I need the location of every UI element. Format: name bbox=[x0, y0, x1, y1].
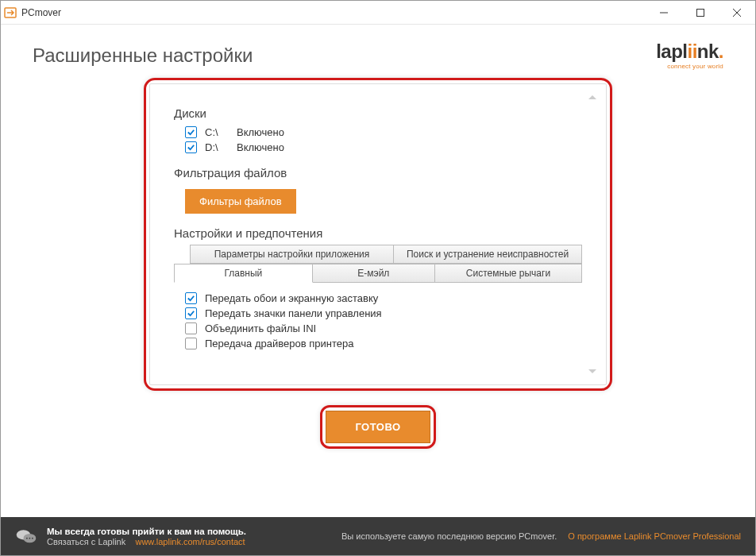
drive-row: D:\Включено bbox=[174, 140, 582, 155]
svg-point-8 bbox=[29, 538, 31, 539]
settings-panel: Диски C:\ВключеноD:\Включено Фильтрация … bbox=[149, 83, 607, 385]
minimize-button[interactable] bbox=[646, 1, 682, 25]
pref-label: Передать значки панели управления bbox=[205, 307, 382, 319]
maximize-button[interactable] bbox=[682, 1, 719, 25]
drive-letter: C:\ bbox=[205, 126, 233, 138]
svg-rect-2 bbox=[697, 9, 704, 16]
drive-checkbox[interactable] bbox=[185, 126, 197, 138]
prefs-heading: Настройки и предпочтения bbox=[174, 226, 582, 240]
tab[interactable]: Е-мэйл bbox=[313, 264, 435, 283]
drives-heading: Диски bbox=[174, 106, 582, 120]
pref-row: Объединить файлы INI bbox=[174, 321, 582, 336]
app-title: PCmover bbox=[21, 7, 61, 18]
prefs-list: Передать обои и экранную заставкуПередат… bbox=[174, 291, 582, 351]
version-text: Вы используете самую последнюю версию PC… bbox=[341, 531, 557, 541]
pref-checkbox[interactable] bbox=[185, 292, 197, 304]
drive-status: Включено bbox=[233, 141, 284, 153]
collapse-down-icon[interactable] bbox=[588, 369, 596, 373]
main-area: Диски C:\ВключеноD:\Включено Фильтрация … bbox=[1, 78, 755, 449]
svg-point-7 bbox=[26, 538, 28, 539]
collapse-up-icon[interactable] bbox=[588, 95, 596, 99]
chat-icon bbox=[15, 525, 37, 547]
footer-help: Мы всегда готовы прийти к вам на помощь.… bbox=[47, 527, 332, 546]
drive-row: C:\Включено bbox=[174, 125, 582, 140]
pref-row: Передача драйверов принтера bbox=[174, 336, 582, 351]
footer-right: Вы используете самую последнюю версию PC… bbox=[341, 531, 741, 541]
drive-status: Включено bbox=[233, 126, 284, 138]
header: Расширенные настройки lapliink. connect … bbox=[1, 25, 755, 78]
close-button[interactable] bbox=[719, 1, 755, 25]
pref-label: Передача драйверов принтера bbox=[205, 338, 353, 349]
pref-row: Передать значки панели управления bbox=[174, 306, 582, 321]
pref-checkbox[interactable] bbox=[185, 322, 197, 334]
window-controls bbox=[646, 1, 755, 25]
pref-checkbox[interactable] bbox=[185, 338, 197, 349]
drive-letter: D:\ bbox=[205, 141, 233, 153]
prefs-tabs: Параметры настройки приложенияПоиск и ус… bbox=[174, 245, 582, 283]
filter-heading: Фильтрация файлов bbox=[174, 166, 582, 180]
tab[interactable]: Поиск и устранение неисправностей bbox=[394, 245, 582, 264]
logo: lapliink. connect your world bbox=[656, 41, 723, 70]
svg-point-9 bbox=[32, 538, 33, 539]
pref-row: Передать обои и экранную заставку bbox=[174, 291, 582, 306]
logo-tagline: connect your world bbox=[656, 63, 723, 70]
done-button[interactable]: ГОТОВО bbox=[326, 411, 430, 443]
drive-checkbox[interactable] bbox=[185, 141, 197, 153]
panel-highlight: Диски C:\ВключеноD:\Включено Фильтрация … bbox=[144, 78, 612, 391]
logo-text: lapliink. bbox=[656, 41, 723, 63]
footer: Мы всегда готовы прийти к вам на помощь.… bbox=[1, 517, 755, 555]
pref-label: Передать обои и экранную заставку bbox=[205, 292, 378, 304]
contact-link[interactable]: www.laplink.com/rus/contact bbox=[135, 537, 245, 546]
file-filters-button[interactable]: Фильтры файлов bbox=[185, 189, 296, 214]
drives-list: C:\ВключеноD:\Включено bbox=[174, 125, 582, 155]
help-title: Мы всегда готовы прийти к вам на помощь. bbox=[47, 527, 332, 536]
pref-checkbox[interactable] bbox=[185, 307, 197, 319]
titlebar: PCmover bbox=[1, 1, 755, 25]
tab[interactable]: Параметры настройки приложения bbox=[190, 245, 394, 264]
done-highlight: ГОТОВО bbox=[320, 405, 435, 449]
tab[interactable]: Главный bbox=[174, 264, 313, 283]
pref-label: Объединить файлы INI bbox=[205, 322, 316, 334]
page-title: Расширенные настройки bbox=[33, 44, 253, 67]
app-icon bbox=[4, 6, 17, 19]
tab[interactable]: Системные рычаги bbox=[435, 264, 582, 283]
contact-label: Связаться с Laplink bbox=[47, 537, 125, 546]
about-link[interactable]: О программе Laplink PCmover Professional bbox=[568, 531, 741, 541]
